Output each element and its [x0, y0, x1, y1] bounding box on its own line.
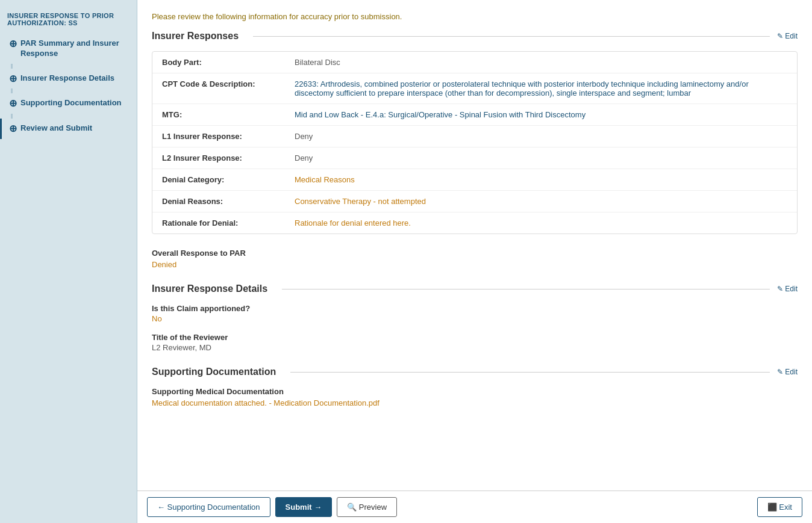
sidebar: INSURER RESPONSE TO PRIOR AUTHORIZATION:… [0, 0, 137, 523]
preview-button[interactable]: 🔍 Preview [337, 497, 397, 517]
l2-label: L2 Insurer Response: [162, 153, 295, 162]
mtg-row: MTG: Mid and Low Back - E.4.a: Surgical/… [152, 104, 797, 126]
mtg-label: MTG: [162, 110, 295, 119]
denial-cat-row: Denial Category: Medical Reasons [152, 169, 797, 191]
supporting-documentation-title: Supporting Documentation [152, 367, 276, 377]
sidebar-item-review-and-submit[interactable]: ⊕ Review and Submit [0, 119, 137, 139]
claim-apportioned-value: No [152, 314, 798, 323]
sidebar-item-label: PAR Summary and Insurer Response [20, 39, 130, 59]
insurer-response-details-header: Insurer Response Details ✎ Edit [152, 283, 798, 294]
back-button[interactable]: ← Supporting Documentation [147, 497, 270, 517]
review-notice: Please review the following information … [152, 10, 798, 21]
content-inner: Please review the following information … [137, 0, 812, 491]
mtg-value: Mid and Low Back - E.4.a: Surgical/Opera… [295, 110, 787, 119]
l2-value: Deny [295, 153, 787, 162]
claim-apportioned-label: Is this Claim apportioned? [152, 304, 798, 313]
denial-reasons-label: Denial Reasons: [162, 197, 295, 206]
insurer-responses-table: Body Part: Bilateral Disc CPT Code & Des… [152, 51, 798, 234]
overall-response-section: Overall Response to PAR Denied [152, 249, 798, 269]
med-doc-label: Supporting Medical Documentation [152, 387, 798, 396]
bullet-icon: ⊕ [9, 98, 17, 109]
insurer-responses-edit[interactable]: ✎ Edit [777, 32, 798, 40]
denial-reasons-row: Denial Reasons: Conservative Therapy - n… [152, 191, 797, 212]
l1-label: L1 Insurer Response: [162, 132, 295, 141]
body-part-value: Bilateral Disc [295, 58, 787, 67]
rationale-label: Rationale for Denial: [162, 218, 295, 227]
section-divider [290, 372, 770, 373]
cpt-value: 22633: Arthrodesis, combined posterior o… [295, 79, 787, 97]
section-divider [253, 36, 770, 37]
sidebar-item-par-summary[interactable]: ⊕ PAR Summary and Insurer Response [0, 34, 137, 64]
insurer-response-details-edit[interactable]: ✎ Edit [777, 285, 798, 293]
sidebar-item-supporting-documentation[interactable]: ⊕ Supporting Documentation [0, 93, 137, 114]
bullet-icon: ⊕ [9, 73, 17, 84]
reviewer-title-item: Title of the Reviewer L2 Reviewer, MD [152, 333, 798, 352]
connector [11, 64, 13, 69]
body-part-label: Body Part: [162, 58, 295, 67]
sidebar-item-label: Review and Submit [20, 123, 92, 134]
insurer-responses-section: Insurer Responses ✎ Edit Body Part: Bila… [152, 31, 798, 234]
cpt-row: CPT Code & Description: 22633: Arthrodes… [152, 73, 797, 104]
footer: ← Supporting Documentation Submit → 🔍 Pr… [137, 491, 812, 523]
overall-response-label: Overall Response to PAR [152, 249, 798, 258]
insurer-responses-header: Insurer Responses ✎ Edit [152, 31, 798, 42]
l2-row: L2 Insurer Response: Deny [152, 147, 797, 169]
sidebar-item-label: Insurer Response Details [20, 73, 114, 84]
claim-apportioned-item: Is this Claim apportioned? No [152, 304, 798, 323]
supporting-documentation-section: Supporting Documentation ✎ Edit Supporti… [152, 367, 798, 407]
med-doc-item: Supporting Medical Documentation Medical… [152, 387, 798, 407]
footer-left: ← Supporting Documentation Submit → 🔍 Pr… [147, 497, 397, 517]
connector [11, 114, 13, 119]
rationale-value: Rationale for denial entered here. [295, 218, 787, 227]
med-doc-value: Medical documentation attached. - Medica… [152, 398, 798, 407]
bullet-icon: ⊕ [9, 123, 17, 134]
cpt-label: CPT Code & Description: [162, 79, 295, 97]
rationale-row: Rationale for Denial: Rationale for deni… [152, 212, 797, 234]
l1-value: Deny [295, 132, 787, 141]
denial-cat-label: Denial Category: [162, 175, 295, 184]
supporting-documentation-header: Supporting Documentation ✎ Edit [152, 367, 798, 377]
reviewer-title-value: L2 Reviewer, MD [152, 343, 798, 352]
content-area: Please review the following information … [137, 0, 812, 523]
denial-cat-value: Medical Reasons [295, 175, 787, 184]
denial-reasons-value: Conservative Therapy - not attempted [295, 197, 787, 206]
exit-button[interactable]: ⬛ Exit [757, 497, 802, 517]
insurer-responses-title: Insurer Responses [152, 31, 239, 42]
reviewer-title-label: Title of the Reviewer [152, 333, 798, 342]
footer-right: ⬛ Exit [757, 497, 802, 517]
l1-row: L1 Insurer Response: Deny [152, 126, 797, 147]
section-divider [282, 289, 770, 289]
sidebar-header: INSURER RESPONSE TO PRIOR AUTHORIZATION:… [0, 7, 137, 34]
supporting-documentation-edit[interactable]: ✎ Edit [777, 368, 798, 376]
insurer-response-details-section: Insurer Response Details ✎ Edit Is this … [152, 283, 798, 352]
submit-button[interactable]: Submit → [275, 497, 333, 517]
insurer-response-details-title: Insurer Response Details [152, 283, 267, 294]
overall-response-value: Denied [152, 260, 798, 269]
connector [11, 88, 13, 93]
content-scroll: Please review the following information … [137, 0, 812, 491]
bullet-icon: ⊕ [9, 39, 17, 49]
body-part-row: Body Part: Bilateral Disc [152, 52, 797, 73]
sidebar-item-insurer-response-details[interactable]: ⊕ Insurer Response Details [0, 69, 137, 89]
sidebar-item-label: Supporting Documentation [20, 98, 122, 108]
